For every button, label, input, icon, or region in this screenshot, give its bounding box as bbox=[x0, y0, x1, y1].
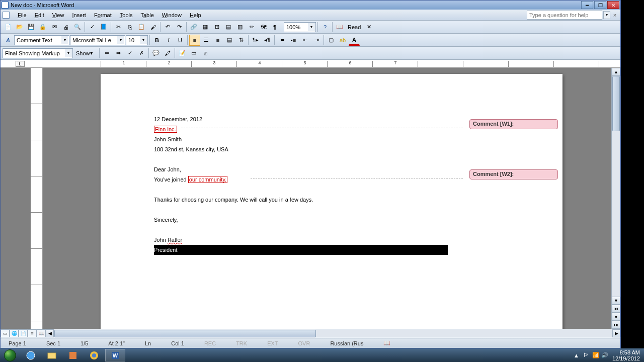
underline-icon[interactable]: U bbox=[175, 35, 186, 46]
scroll-down-icon[interactable]: ▼ bbox=[612, 297, 620, 305]
save-icon[interactable]: 💾 bbox=[26, 22, 37, 33]
italic-icon[interactable]: I bbox=[163, 35, 174, 46]
read-label[interactable]: Read bbox=[346, 24, 363, 30]
tab-selector[interactable]: L bbox=[16, 61, 25, 67]
columns-icon[interactable]: ▥ bbox=[234, 22, 246, 33]
print-icon[interactable]: 🖨 bbox=[60, 22, 71, 33]
paste-icon[interactable]: 📋 bbox=[136, 22, 147, 33]
taskbar-word-icon[interactable]: W bbox=[105, 349, 125, 361]
scroll-left-icon[interactable]: ◀ bbox=[46, 329, 54, 337]
status-trk[interactable]: TRK bbox=[231, 340, 252, 346]
status-language[interactable]: Russian (Rus bbox=[325, 340, 368, 346]
accept-icon[interactable]: ✓ bbox=[124, 48, 135, 59]
doc-map-icon[interactable]: 🗺 bbox=[258, 22, 269, 33]
horizontal-ruler[interactable]: L 1234567 bbox=[1, 60, 620, 68]
display-review-combo[interactable]: Final Showing Markup▾ bbox=[3, 48, 73, 58]
align-left-icon[interactable]: ≡ bbox=[189, 35, 200, 46]
style-combo[interactable]: Comment Text▾ bbox=[14, 35, 69, 45]
menu-edit[interactable]: Edit bbox=[31, 11, 48, 19]
font-color-icon[interactable]: A bbox=[349, 35, 360, 46]
start-button[interactable] bbox=[0, 348, 20, 362]
bullets-icon[interactable]: •≡ bbox=[288, 35, 299, 46]
increase-indent-icon[interactable]: ⇥ bbox=[311, 35, 322, 46]
taskbar-ie-icon[interactable] bbox=[21, 349, 41, 361]
insert-table-icon[interactable]: ⊞ bbox=[211, 22, 222, 33]
minimize-button[interactable]: ━ bbox=[581, 1, 593, 9]
ltr-icon[interactable]: ¶▸ bbox=[250, 35, 261, 46]
scroll-thumb[interactable] bbox=[612, 76, 620, 131]
show-hidden-icons[interactable]: ▲ bbox=[574, 352, 579, 358]
align-center-icon[interactable]: ☰ bbox=[201, 35, 212, 46]
vertical-scrollbar[interactable]: ▲ ▼ ⏮ ● ⏭ bbox=[611, 68, 620, 329]
format-painter-icon[interactable]: 🖌 bbox=[147, 22, 158, 33]
borders-icon[interactable]: ▢ bbox=[326, 35, 337, 46]
normal-view-icon[interactable]: ▭ bbox=[1, 329, 10, 337]
hyperlink-icon[interactable]: 🔗 bbox=[188, 22, 199, 33]
styles-pane-icon[interactable]: A bbox=[3, 35, 14, 46]
reject-icon[interactable]: ✗ bbox=[136, 48, 147, 59]
show-menu[interactable]: Show▾ bbox=[73, 48, 98, 58]
vertical-ruler[interactable] bbox=[31, 68, 43, 329]
taskbar-chrome-icon[interactable] bbox=[84, 349, 104, 361]
highlight-tool-icon[interactable]: 🖍 bbox=[162, 48, 173, 59]
research-icon[interactable]: 📘 bbox=[98, 22, 109, 33]
outline-view-icon[interactable]: ≡ bbox=[28, 329, 37, 337]
menu-help[interactable]: Help bbox=[186, 11, 205, 19]
next-page-icon[interactable]: ⏭ bbox=[612, 321, 620, 329]
hscroll-thumb[interactable] bbox=[54, 330, 316, 337]
comment-balloon-2[interactable]: Comment [W2]: bbox=[469, 169, 558, 179]
bold-icon[interactable]: B bbox=[151, 35, 163, 46]
numbering-icon[interactable]: ≔ bbox=[276, 35, 287, 46]
page[interactable]: 12 December, 2012 Finn inc. John Smith 1… bbox=[101, 74, 562, 329]
comment-balloon-1[interactable]: Comment [W1]: bbox=[469, 119, 558, 129]
balloons-icon[interactable]: ⎚ bbox=[200, 48, 211, 59]
menu-insert[interactable]: Insert bbox=[68, 11, 90, 19]
prev-change-icon[interactable]: ⬅ bbox=[101, 48, 112, 59]
maximize-button[interactable]: ❐ bbox=[594, 1, 606, 9]
tray-flag-icon[interactable]: 🏳 bbox=[583, 352, 590, 359]
highlight-icon[interactable]: ab bbox=[337, 35, 348, 46]
status-spellcheck-icon[interactable]: 📖 bbox=[378, 340, 395, 346]
document-canvas[interactable]: 12 December, 2012 Finn inc. John Smith 1… bbox=[43, 68, 611, 329]
new-comment-icon[interactable]: 💬 bbox=[150, 48, 162, 59]
new-doc-icon[interactable]: 📄 bbox=[3, 22, 14, 33]
help-dropdown-icon[interactable]: ▾ bbox=[603, 11, 610, 19]
font-size-combo[interactable]: 10▾ bbox=[126, 35, 148, 45]
tray-network-icon[interactable]: 📶 bbox=[592, 352, 599, 359]
commented-text-2[interactable]: our community. bbox=[188, 176, 227, 183]
email-icon[interactable]: ✉ bbox=[49, 22, 60, 33]
line-spacing-icon[interactable]: ⇅ bbox=[235, 35, 247, 46]
copy-icon[interactable]: ⎘ bbox=[124, 22, 135, 33]
track-changes-icon[interactable]: 📝 bbox=[177, 48, 188, 59]
cut-icon[interactable]: ✂ bbox=[113, 22, 124, 33]
drawing-icon[interactable]: ✏ bbox=[246, 22, 257, 33]
tables-borders-icon[interactable]: ▦ bbox=[200, 22, 211, 33]
help-search-input[interactable] bbox=[527, 11, 602, 20]
print-layout-icon[interactable]: 📄 bbox=[19, 329, 28, 337]
status-ext[interactable]: EXT bbox=[262, 340, 283, 346]
prev-page-icon[interactable]: ⏮ bbox=[612, 305, 620, 313]
menu-view[interactable]: View bbox=[48, 11, 68, 19]
zoom-combo[interactable]: 100%▾ bbox=[284, 22, 316, 32]
excel-icon[interactable]: ▤ bbox=[223, 22, 234, 33]
status-ovr[interactable]: OVR bbox=[293, 340, 315, 346]
align-right-icon[interactable]: ≡ bbox=[212, 35, 223, 46]
control-menu-icon[interactable] bbox=[3, 12, 10, 19]
undo-icon[interactable]: ↶ bbox=[162, 22, 173, 33]
reviewing-pane-icon[interactable]: ▭ bbox=[188, 48, 199, 59]
taskbar-explorer-icon[interactable] bbox=[42, 349, 62, 361]
justify-icon[interactable]: ▤ bbox=[224, 35, 235, 46]
help-icon[interactable]: ? bbox=[319, 22, 331, 33]
menu-table[interactable]: Table bbox=[136, 11, 157, 19]
close-read-icon[interactable]: ✕ bbox=[363, 22, 374, 33]
redo-icon[interactable]: ↷ bbox=[174, 22, 185, 33]
open-icon[interactable]: 📂 bbox=[14, 22, 25, 33]
font-combo[interactable]: Microsoft Tai Le▾ bbox=[70, 35, 125, 45]
taskbar-app1-icon[interactable] bbox=[63, 349, 83, 361]
read-mode-icon[interactable]: 📖 bbox=[334, 22, 345, 33]
menu-file[interactable]: File bbox=[14, 11, 31, 19]
web-view-icon[interactable]: 🌐 bbox=[10, 329, 19, 337]
close-button[interactable]: ✕ bbox=[607, 1, 619, 9]
print-preview-icon[interactable]: 🔍 bbox=[72, 22, 83, 33]
menu-tools[interactable]: Tools bbox=[116, 11, 137, 19]
